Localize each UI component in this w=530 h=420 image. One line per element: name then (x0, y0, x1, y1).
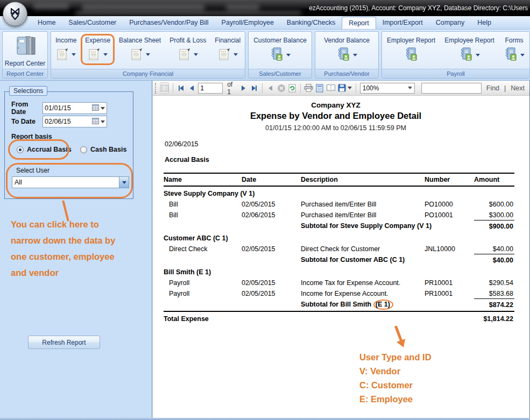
cell-amount: $300.00 (474, 209, 514, 220)
cell-name: Direct Check (164, 243, 242, 254)
refresh-icon[interactable] (288, 82, 296, 94)
sidebar-annotation-line: one customer, employee (11, 248, 140, 265)
menu-tab-import-export[interactable]: Import/Export (376, 16, 429, 29)
menu-tab-purchases-vendor-pay-bill[interactable]: Purchases/Vendor/Pay Bill (123, 16, 215, 29)
menu-tab-home[interactable]: Home (31, 16, 62, 29)
table-header-row: NameDateDescriptionNumberAmount (164, 174, 514, 187)
report-document-icon (218, 47, 231, 62)
menu-tab-banking-checks[interactable]: Banking/Checks (280, 16, 342, 29)
table-row-group: Bill Smith (E 1) (164, 265, 514, 277)
select-user-dropdown[interactable]: All (12, 176, 129, 188)
from-date-label: From Date (11, 101, 43, 116)
group-name: Steve Supply Company (V 1) (164, 187, 514, 198)
page-count-label: of 1 (227, 81, 235, 96)
dropdown-caret-icon[interactable] (286, 54, 291, 56)
back-icon[interactable] (266, 82, 275, 94)
zoom-select[interactable]: 100% (360, 83, 415, 94)
print-layout-icon[interactable] (315, 82, 324, 94)
document-map-icon[interactable] (160, 82, 168, 94)
ledger-person-icon (270, 47, 284, 63)
annotation-line: E: Employee (359, 392, 432, 406)
title-bar: ezAccounting (2015), Account: Company XY… (0, 0, 530, 16)
export-caret-icon (348, 87, 352, 89)
ribbon-group-report-center: Report Center Report Center (2, 31, 48, 79)
next-page-icon[interactable] (239, 82, 248, 94)
report-document-icon (130, 47, 143, 62)
dropdown-caret-icon[interactable] (476, 54, 480, 56)
report-company-name: Company XYZ (153, 101, 519, 109)
sidebar-annotation-line: narrow down the data by (11, 232, 140, 248)
report-run-date: 02/06/2015 (165, 140, 199, 148)
to-date-picker[interactable]: 02/06/15 (43, 116, 107, 127)
ribbon-button-vendor-balance[interactable]: Vendor Balance (320, 34, 374, 66)
table-row-subtotal: Subtotal for Steve Supply Company (V 1)$… (164, 220, 514, 231)
ribbon-button-balance-sheet[interactable]: Balance Sheet (115, 34, 165, 65)
page-number-input[interactable] (198, 83, 223, 94)
cash-basis-radio[interactable] (80, 146, 87, 153)
last-page-icon[interactable] (250, 82, 258, 94)
ledger-person-icon (404, 47, 418, 63)
toolbar-separator (262, 83, 263, 93)
table-row-detail: Direct Check02/05/2015Direct Check for C… (164, 243, 514, 254)
menu-tab-company[interactable]: Company (429, 16, 471, 29)
dropdown-caret-icon[interactable] (194, 53, 198, 56)
calendar-icon[interactable] (92, 104, 99, 112)
cell-empty (425, 312, 474, 316)
ribbon-button-label: Profit & Loss (169, 37, 206, 44)
cell-name: Bill (164, 198, 242, 209)
find-next-button[interactable]: Next (511, 84, 525, 92)
report-period: 01/01/15 12:00:00 AM to 02/06/15 11:59:5… (153, 124, 519, 132)
first-page-icon[interactable] (177, 82, 186, 94)
ribbon-group-payroll: Employer ReportEmployee ReportFormsPayro… (381, 31, 530, 79)
ribbon-button-income[interactable]: Income (51, 34, 81, 65)
ledger-person-icon (504, 47, 518, 63)
from-date-picker[interactable]: 01/01/15 (43, 102, 107, 114)
ribbon-button-expense[interactable]: Expense (81, 34, 115, 65)
menu-tab-report[interactable]: Report (342, 17, 376, 29)
ribbon-group-label: Purchase/Vendor (315, 69, 378, 78)
report-viewer: of 1 (153, 81, 529, 418)
table-row-subtotal: Subtotal for Customer ABC (C 1)$40.00 (164, 254, 514, 265)
ribbon-button-financial[interactable]: Financial (210, 34, 245, 65)
ribbon-button-forms[interactable]: Forms (499, 34, 529, 66)
cell-amount: $600.00 (474, 198, 514, 209)
dropdown-caret-icon[interactable] (146, 53, 150, 56)
cell-date: 02/06/2015 (242, 209, 301, 220)
date-dropdown-caret-icon[interactable] (101, 120, 105, 123)
cash-basis-option[interactable]: Cash Basis (80, 146, 126, 153)
ribbon-button-customer-balance[interactable]: Customer Balance (249, 34, 311, 66)
table-row-detail: Payroll02/05/2015Income Tax for Expense … (164, 277, 514, 288)
report-viewer-toolbar: of 1 (153, 81, 529, 96)
date-dropdown-caret-icon[interactable] (101, 107, 105, 110)
print-icon[interactable] (304, 82, 313, 94)
dropdown-caret-icon[interactable] (353, 54, 357, 56)
select-user-dropdown-button[interactable] (119, 177, 129, 188)
toolbar-grip[interactable] (155, 83, 157, 94)
annotation-line: C: Customer (359, 378, 432, 392)
find-button[interactable]: Find (486, 84, 499, 92)
dropdown-caret-icon[interactable] (234, 53, 238, 56)
dropdown-caret-icon[interactable] (72, 53, 76, 56)
report-document-icon (178, 47, 191, 62)
subtotal-label: Subtotal for Customer ABC (C 1) (301, 254, 474, 265)
dropdown-caret-icon[interactable] (520, 54, 525, 56)
ribbon-button-profit-loss[interactable]: Profit & Loss (165, 34, 210, 65)
menu-tab-help[interactable]: Help (471, 16, 498, 29)
from-date-value: 01/01/15 (45, 104, 92, 112)
menu-tab-payroll-employee[interactable]: Payroll/Employee (215, 16, 280, 29)
previous-page-icon[interactable] (187, 82, 196, 94)
find-input[interactable] (421, 83, 482, 94)
calendar-icon[interactable] (92, 117, 99, 126)
refresh-report-button[interactable]: Refresh Report (28, 336, 100, 349)
app-logo-button[interactable] (3, 2, 27, 26)
report-center-button[interactable]: Report Center (4, 34, 46, 67)
find-next-divider: | (504, 84, 506, 92)
page-setup-icon[interactable] (326, 82, 336, 94)
cell-number: PO10001 (425, 209, 474, 220)
export-icon[interactable] (338, 82, 352, 94)
stop-icon[interactable] (277, 82, 286, 94)
ribbon-button-employee-report[interactable]: Employee Report (440, 34, 499, 66)
dropdown-caret-icon[interactable] (103, 53, 108, 56)
menu-tab-sales-customer[interactable]: Sales/Customer (62, 16, 123, 29)
ribbon-button-employer-report[interactable]: Employer Report (383, 34, 440, 66)
